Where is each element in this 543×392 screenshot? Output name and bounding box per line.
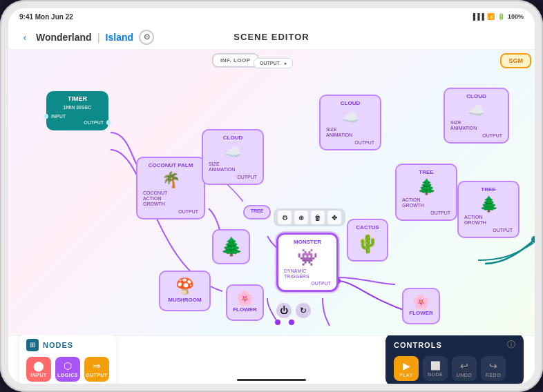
controls-buttons: ▶ PLAY ⬜ NODE ↩ UNDO ↪ REDO xyxy=(394,356,515,381)
coconut-palm-title: COCONUT PALM xyxy=(143,162,198,168)
battery-icon: 🔋 xyxy=(497,13,505,20)
tree2-image: 🌲 xyxy=(402,178,450,196)
cloud1-image: ☁️ xyxy=(209,144,257,160)
output-node-top[interactable]: OUTPUT ● xyxy=(254,58,293,68)
toolbar-copy[interactable]: ⊕ xyxy=(294,210,308,224)
monster-triggers: TRIGGERS xyxy=(284,274,331,279)
toolbar-trash[interactable]: 🗑 xyxy=(311,210,325,224)
flower2-image: 🌸 xyxy=(409,293,433,310)
tree-node-1[interactable]: 🌲 xyxy=(212,229,250,264)
canvas-area[interactable]: INF. LOOP OUTPUT ● SGM TIMER 1MIN 30SEC … xyxy=(8,50,535,335)
tree3-growth: GROWTH xyxy=(464,220,513,225)
tree-node-2[interactable]: TREE 🌲 ACTION GROWTH OUTPUT xyxy=(395,164,457,221)
inf-loop-label: INF. LOOP xyxy=(220,57,251,63)
input-label: INPUT xyxy=(30,373,47,378)
battery-percent: 100% xyxy=(508,13,524,20)
coconut-palm-node[interactable]: COCONUT PALM 🌴 COCONUT ACTION GROWTH OUT… xyxy=(136,157,205,219)
breadcrumb-active[interactable]: Island xyxy=(106,32,133,43)
canvas-icon-2[interactable]: ↻ xyxy=(296,303,311,318)
svg-point-3 xyxy=(289,320,294,325)
cloud3-image: ☁️ xyxy=(450,102,502,119)
output-label: OUTPUT xyxy=(86,373,108,378)
cloud1-animation: ANIMATION xyxy=(209,167,257,172)
tree3-image: 🌲 xyxy=(464,195,513,213)
canvas-icon-1[interactable]: ⏻ xyxy=(276,303,292,318)
timer-node[interactable]: TIMER 1MIN 30SEC INPUT OUTPUT xyxy=(46,91,108,130)
tree2-growth: GROWTH xyxy=(402,203,450,208)
scene-editor-title: SCENE EDITOR xyxy=(234,32,309,42)
flower-node-1[interactable]: 🌸 FLOWER xyxy=(226,284,264,321)
nodes-panel-header: ⊞ NODES xyxy=(26,339,109,351)
coconut-palm-action: ACTION xyxy=(143,196,198,201)
monster-output: OUTPUT xyxy=(284,281,331,286)
tree2-output: OUTPUT xyxy=(402,210,450,215)
cloud-node-1[interactable]: CLOUD ☁️ SIZE ANIMATION OUTPUT xyxy=(202,129,264,185)
svg-point-2 xyxy=(275,320,280,325)
tree2-title: TREE xyxy=(402,169,450,175)
status-bar-left: 9:41 Mon Jun 22 xyxy=(19,13,73,21)
nodes-panel-icon: ⊞ xyxy=(26,339,39,351)
tree-label-1[interactable]: TREE xyxy=(243,205,271,219)
tree2-action: ACTION xyxy=(402,197,450,202)
cactus-node[interactable]: CACTUS 🌵 xyxy=(347,219,388,262)
node-label: NODE xyxy=(428,372,443,377)
cactus-image: 🌵 xyxy=(354,233,381,255)
monster-node[interactable]: MONSTER 👾 DYNAMIC TRIGGERS OUTPUT xyxy=(276,233,339,292)
mushroom-title: MUSHROOM xyxy=(166,297,204,303)
redo-icon: ↪ xyxy=(489,360,497,371)
cloud1-output: OUTPUT xyxy=(209,175,257,179)
cloud-node-2[interactable]: CLOUD ☁️ SIZE ANIMATION OUTPUT xyxy=(319,95,381,150)
sgm-node[interactable]: SGM xyxy=(500,53,531,68)
coconut-palm-growth: GROWTH xyxy=(143,202,198,206)
undo-label: UNDO xyxy=(457,373,473,378)
canvas-action-icons: ⏻ ↻ xyxy=(276,303,311,318)
toolbar-move[interactable]: ✥ xyxy=(327,210,341,224)
controls-label: CONTROLS xyxy=(394,341,442,349)
controls-info-icon[interactable]: ⓘ xyxy=(507,339,515,351)
monster-image: 👾 xyxy=(284,248,331,267)
tree-node-3[interactable]: TREE 🌲 ACTION GROWTH OUTPUT xyxy=(457,181,520,238)
input-node-button[interactable]: ⬤ INPUT xyxy=(26,357,51,382)
toolbar-gear[interactable]: ⚙ xyxy=(278,210,292,224)
inf-loop-node[interactable]: INF. LOOP xyxy=(212,53,259,68)
cloud3-size: SIZE xyxy=(450,120,502,125)
redo-label: REDO xyxy=(486,373,501,378)
cloud2-image: ☁️ xyxy=(326,109,374,126)
play-button[interactable]: ▶ PLAY xyxy=(394,356,419,381)
settings-icon: ⊙ xyxy=(144,32,150,41)
cloud3-output: OUTPUT xyxy=(450,133,502,138)
back-icon: ‹ xyxy=(23,32,27,43)
redo-button[interactable]: ↪ REDO xyxy=(481,356,506,381)
play-label: PLAY xyxy=(399,373,412,378)
logics-node-button[interactable]: ⬡ LOGICS xyxy=(55,357,80,382)
cloud2-animation: ANIMATION xyxy=(326,133,374,137)
flower1-title: FLOWER xyxy=(233,306,257,313)
coconut-palm-coconut: COCONUT xyxy=(143,190,198,195)
nodes-panel: ⊞ NODES ⬤ INPUT ⬡ LOGICS ⇒ OUTPUT xyxy=(19,333,116,384)
tree1-image: 🌲 xyxy=(219,236,243,257)
cloud1-title: CLOUD xyxy=(209,135,257,141)
tree1-small-title: TREE xyxy=(248,208,266,213)
status-bar: 9:41 Mon Jun 22 ▐▐▐ 📶 🔋 100% xyxy=(8,8,535,25)
ipad-screen: 9:41 Mon Jun 22 ▐▐▐ 📶 🔋 100% ‹ Wonderlan… xyxy=(8,8,535,384)
breadcrumb-parent[interactable]: Wonderland xyxy=(36,32,92,43)
status-bar-right: ▐▐▐ 📶 🔋 100% xyxy=(471,13,524,20)
controls-header: CONTROLS ⓘ xyxy=(394,339,515,351)
logics-label: LOGICS xyxy=(57,373,78,378)
node-icon: ⬜ xyxy=(430,361,441,371)
back-button[interactable]: ‹ xyxy=(17,29,33,46)
output-node-button[interactable]: ⇒ OUTPUT xyxy=(84,357,109,382)
tree3-action: ACTION xyxy=(464,215,513,219)
timer-input-port: INPUT xyxy=(52,114,103,119)
monster-dynamic: DYNAMIC xyxy=(284,268,331,273)
output-icon: ⇒ xyxy=(93,360,101,371)
mushroom-node[interactable]: 🍄 MUSHROOM xyxy=(159,271,211,311)
node-button[interactable]: ⬜ NODE xyxy=(423,356,448,381)
output-label: OUTPUT xyxy=(260,61,280,66)
flower-node-2[interactable]: 🌸 FLOWER xyxy=(402,288,440,324)
cloud-node-3[interactable]: CLOUD ☁️ SIZE ANIMATION OUTPUT xyxy=(444,88,509,144)
undo-button[interactable]: ↩ UNDO xyxy=(452,356,477,381)
logics-icon: ⬡ xyxy=(64,360,72,371)
nav-settings-button[interactable]: ⊙ xyxy=(139,30,154,45)
nodes-label: NODES xyxy=(43,341,73,349)
